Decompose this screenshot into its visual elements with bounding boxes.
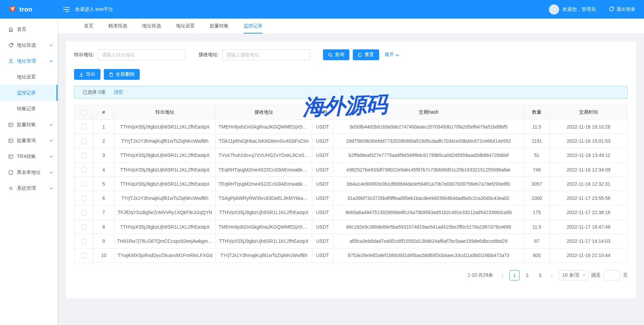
amount-cell: 175 <box>524 205 550 219</box>
reset-label: 重置 <box>365 52 374 58</box>
tab-精准筛选[interactable]: 精准筛选 <box>108 19 127 33</box>
jump-page-input[interactable] <box>603 270 620 280</box>
page-number-3[interactable]: 3 <box>535 270 545 280</box>
sidebar-item-首页[interactable]: 首页 <box>0 21 58 37</box>
jump-label: 跳至 <box>591 272 601 278</box>
clear-selection-link[interactable]: 清空 <box>114 89 123 95</box>
row-checkbox-cell <box>74 234 93 248</box>
table-row: 5TTHVpXS5jJ9gbzUjh8SR1L1KL2fhEastpXTEqRH… <box>74 177 628 191</box>
coin-cell: USDT <box>312 148 333 162</box>
logout-button[interactable]: 退出登录 <box>609 6 635 13</box>
prev-page-button[interactable]: ‹ <box>499 272 507 278</box>
export-button[interactable]: 导出 <box>74 69 100 80</box>
column-header: 交易时间 <box>550 105 628 120</box>
tab-批量转账[interactable]: 批量转账 <box>210 19 229 33</box>
chevron-down-icon <box>49 156 53 158</box>
table-icon <box>8 138 14 143</box>
sidebar-item-地址管理[interactable]: 地址管理 <box>0 53 58 69</box>
table-row: 6TYrjTJx1Y3hmajKujf81wTsZiqNKcWwfBhTSAgP… <box>74 191 628 205</box>
search-icon <box>328 53 332 57</box>
row-checkbox[interactable] <box>81 139 87 144</box>
from-address-input[interactable] <box>98 49 186 60</box>
expand-toggle[interactable]: 展开 <box>385 52 399 58</box>
search-button[interactable]: 查询 <box>323 49 349 60</box>
reset-button[interactable]: 重置 <box>353 49 379 60</box>
export-label: 导出 <box>86 71 95 77</box>
coin-cell: USDT <box>312 120 333 134</box>
table-row: 3TTHVpXS5jJ9gbzUjh8SR1L1KL2fhEastpXTVsX7… <box>74 148 628 162</box>
table-icon <box>8 154 14 159</box>
to-address-cell: TVsX7huh2dzvuj7zVUHGZxYDokL8CoSxKd <box>216 148 312 162</box>
sidebar-subitem-转账记录[interactable]: 转账记录 <box>0 101 58 117</box>
time-cell: 2022-11-18 12:32:31 <box>550 177 628 191</box>
trash-icon <box>109 72 113 77</box>
tab-监控记录[interactable]: 监控记录 <box>244 19 262 33</box>
sidebar-item-系统管理[interactable]: 系统管理 <box>0 180 58 196</box>
records-table-wrap: #转出地址接收地址币种交易hash数量交易时间 1TTHVpXS5jJ9gbzU… <box>74 105 628 263</box>
row-checkbox[interactable] <box>81 196 87 201</box>
select-all-checkbox[interactable] <box>81 110 87 115</box>
to-address-cell: TEqRHTqsgM2me4S22CcG9AEorwabkSM7Cs <box>216 162 312 177</box>
menu-fold-icon[interactable] <box>63 6 70 13</box>
tx-hash-cell: e982527be933df738022e5dec45f97b7c73b608d… <box>333 162 524 177</box>
page-size-select[interactable]: 10 条/页▾ <box>559 270 589 280</box>
tab-地址设置[interactable]: 地址设置 <box>176 19 195 33</box>
coin-cell: USDT <box>312 134 333 148</box>
row-checkbox[interactable] <box>81 210 87 215</box>
row-checkbox[interactable] <box>81 224 87 230</box>
tx-hash-cell: 9753e26e94f2afef158dc6d1d45bacb8d65f3cb4… <box>333 248 524 262</box>
tab-首页[interactable]: 首页 <box>84 19 93 33</box>
to-address-cell: TSAgPpkWRyRWXkrc83DeELJKMYkkaMdcUg <box>216 191 312 205</box>
sidebar-item-地址筛选[interactable]: 地址筛选 <box>0 37 58 53</box>
row-index: 10 <box>93 248 114 262</box>
time-cell: 2022-11-17 23:55:56 <box>550 191 628 205</box>
row-checkbox[interactable] <box>81 167 87 172</box>
row-index: 7 <box>93 205 114 219</box>
avatar[interactable] <box>549 4 559 15</box>
top-header: tron 欢迎进入 tron平台 欢迎您，管理员 退出登录 <box>0 0 644 19</box>
sidebar-item-批量查询[interactable]: 批量查询 <box>0 133 58 148</box>
sidebar-item-label: 地址筛选 <box>17 42 49 48</box>
page-number-1[interactable]: 1 <box>509 270 520 280</box>
time-cell: 2022-11-18 15:01:53 <box>550 134 628 148</box>
sidebar-subitem-地址设置[interactable]: 地址设置 <box>0 69 58 85</box>
filter-row: 转出地址: 接收地址: 查询 <box>74 49 628 60</box>
tx-hash-cell: bb4a14e908f03c0b1d5fd8d4da0e59481a70b7e0… <box>333 177 524 191</box>
page-number-2[interactable]: 2 <box>522 270 532 280</box>
row-index: 6 <box>93 191 114 205</box>
tab-地址筛选[interactable]: 地址筛选 <box>142 19 161 33</box>
row-checkbox[interactable] <box>81 253 87 258</box>
sidebar-item-TRX转账[interactable]: TRX转账 <box>0 148 58 164</box>
sidebar-item-label: 地址管理 <box>17 58 49 64</box>
next-page-button[interactable]: › <box>548 272 556 278</box>
logout-icon <box>609 6 614 13</box>
tx-hash-cell: 9eb5a6a4947513928898e8fc24a70b9563a951b2… <box>333 205 524 219</box>
brand[interactable]: tron <box>0 0 58 19</box>
action-row: 导出 全部删除 <box>74 69 628 80</box>
sidebar-subitem-监控记录[interactable]: 监控记录 <box>0 85 58 101</box>
column-header: 接收地址 <box>216 105 312 120</box>
time-cell: 2022-11-17 18:47:48 <box>550 220 628 234</box>
row-checkbox[interactable] <box>81 124 87 130</box>
column-header: 数量 <box>524 105 550 120</box>
chevron-down-icon <box>49 124 53 126</box>
row-checkbox-cell <box>74 134 93 148</box>
chevron-down-icon <box>49 171 53 173</box>
row-checkbox[interactable] <box>81 239 87 244</box>
to-address-cell: TMEHn9ydsDriGkgRxaJKGQWMEDjX5FzCYr <box>216 120 312 134</box>
amount-cell: 11.5 <box>524 220 550 234</box>
from-address-label: 转出地址: <box>74 52 94 58</box>
sidebar-item-批量转账[interactable]: 批量转账 <box>0 117 58 133</box>
coin-cell: USDT <box>312 191 333 205</box>
home-icon <box>8 27 14 32</box>
to-address-input[interactable] <box>222 49 310 60</box>
row-checkbox[interactable] <box>81 153 87 158</box>
time-cell: 2022-11-17 22:38:18 <box>550 205 628 219</box>
chevron-down-icon: ▾ <box>583 273 585 277</box>
delete-all-button[interactable]: 全部删除 <box>104 69 140 80</box>
chevron-down-icon <box>395 52 399 57</box>
row-index: 2 <box>93 134 114 148</box>
sidebar-item-黑名单地址[interactable]: 黑名单地址 <box>0 164 58 180</box>
row-checkbox[interactable] <box>81 181 87 187</box>
content-panel: 转出地址: 接收地址: 查询 <box>66 41 636 298</box>
